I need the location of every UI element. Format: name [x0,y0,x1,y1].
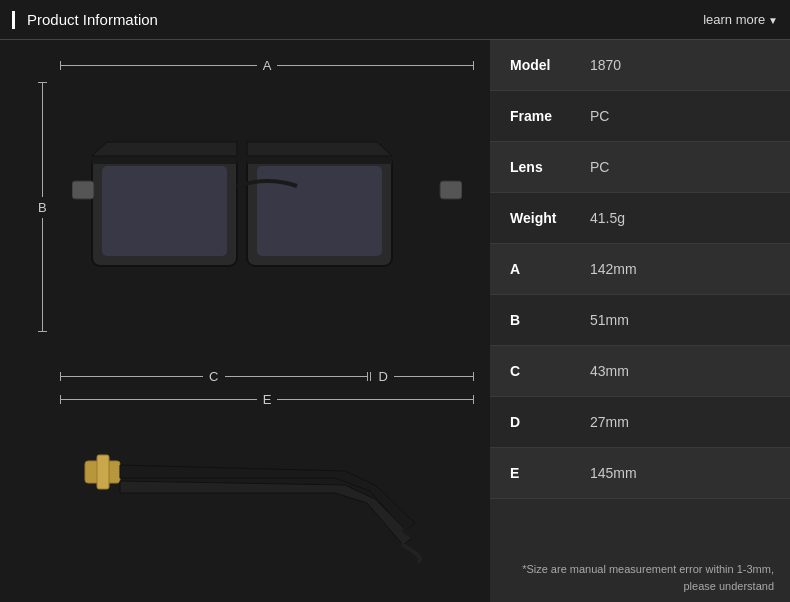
dim-A-label: A [257,58,278,73]
right-panel: Model1870FramePCLensPCWeight41.5gA142mmB… [490,40,790,602]
glasses-arm-svg [65,413,445,563]
dim-C-right-line [225,376,368,377]
learn-more-button[interactable]: learn more [703,12,778,27]
spec-value: 43mm [590,363,629,379]
spec-row: LensPC [490,142,790,193]
svg-rect-4 [72,181,94,199]
spec-row: B51mm [490,295,790,346]
spec-key: B [510,312,590,328]
spec-table: Model1870FramePCLensPCWeight41.5gA142mmB… [490,40,790,553]
page-title: Product Information [12,11,158,29]
glasses-front-svg [72,126,462,296]
spec-row: Model1870 [490,40,790,91]
dim-E-right-line [277,399,474,400]
dim-B-label: B [38,197,47,218]
svg-marker-7 [247,142,392,156]
dim-CD-row: C D [60,369,474,384]
glasses-arm-image [30,413,480,563]
svg-rect-1 [102,166,227,256]
dim-E-row: E [30,392,480,407]
dim-E-label: E [257,392,278,407]
dim-D-label: D [373,369,394,384]
dim-A-row: A [60,58,474,73]
spec-key: Weight [510,210,590,226]
spec-key: Lens [510,159,590,175]
dim-B-line-bottom [42,218,43,333]
dim-C-label: C [203,369,224,384]
spec-value: PC [590,108,609,124]
dim-B-line-top [42,82,43,197]
main-content: A B [0,40,790,602]
dim-A-right-line [277,65,474,66]
spec-key: A [510,261,590,277]
dim-E-left-line [60,399,257,400]
spec-key: C [510,363,590,379]
spec-key: Frame [510,108,590,124]
spec-value: 41.5g [590,210,625,226]
spec-row: C43mm [490,346,790,397]
spec-row: D27mm [490,397,790,448]
spec-value: 142mm [590,261,637,277]
spec-value: PC [590,159,609,175]
spec-key: D [510,414,590,430]
svg-marker-6 [92,142,237,156]
dim-C-left-line [60,376,203,377]
title-text: Product Information [27,11,158,28]
spec-note: *Size are manual measurement error withi… [490,553,790,602]
spec-value: 27mm [590,414,629,430]
spec-value: 145mm [590,465,637,481]
spec-key: Model [510,57,590,73]
spec-row: A142mm [490,244,790,295]
spec-row: Weight41.5g [490,193,790,244]
bottom-section: E [30,392,480,592]
spec-value: 51mm [590,312,629,328]
glasses-front-image [58,74,476,348]
spec-value: 1870 [590,57,621,73]
dim-B-col: B [38,82,47,332]
dim-A-left-line [60,65,257,66]
header: Product Information learn more [0,0,790,40]
title-bar-icon [12,11,15,29]
cd-separator [370,372,371,381]
left-panel: A B [0,40,490,602]
spec-key: E [510,465,590,481]
svg-rect-9 [97,455,109,489]
dim-D-right-line [394,376,474,377]
spec-row: FramePC [490,91,790,142]
svg-rect-5 [440,181,462,199]
spec-row: E145mm [490,448,790,499]
